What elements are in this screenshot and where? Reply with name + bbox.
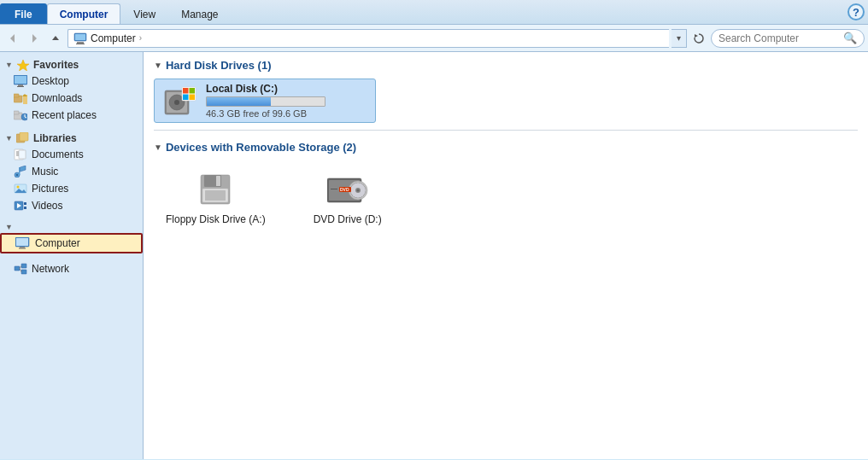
- svg-marker-1: [32, 34, 37, 43]
- dvd-icon: DVD: [327, 169, 368, 210]
- drive-c-icon: [161, 84, 197, 118]
- svg-rect-40: [19, 248, 26, 249]
- sidebar-item-recent-places[interactable]: Recent places: [0, 107, 143, 124]
- documents-label: Documents: [32, 148, 84, 160]
- drive-c-progress-fill: [207, 97, 271, 106]
- favorites-section-header[interactable]: ▼ Favorites: [0, 55, 143, 73]
- network-icon: [14, 263, 27, 275]
- removable-section-title: ▼ Devices with Removable Storage (2): [154, 141, 858, 154]
- drive-c-info: Local Disk (C:) 46.3 GB free of 99.6 GB: [206, 83, 368, 119]
- svg-rect-53: [183, 95, 189, 101]
- videos-icon: [14, 200, 27, 212]
- music-icon: [14, 166, 27, 178]
- recent-places-icon: [14, 109, 27, 121]
- tab-file[interactable]: File: [0, 3, 47, 24]
- tab-view[interactable]: View: [120, 3, 168, 24]
- svg-text:DVD: DVD: [340, 187, 349, 192]
- main-layout: ▼ Favorites Desktop: [0, 52, 868, 459]
- svg-rect-41: [15, 266, 20, 271]
- forward-button[interactable]: [25, 29, 44, 48]
- svg-rect-4: [77, 42, 84, 44]
- libraries-section-header[interactable]: ▼ Libraries: [0, 129, 143, 146]
- search-input[interactable]: [718, 32, 843, 44]
- drive-c-icon-container: [161, 83, 197, 119]
- svg-rect-43: [21, 270, 26, 274]
- window: File Computer View Manage ? Computer: [0, 0, 868, 459]
- music-label: Music: [32, 166, 58, 178]
- svg-rect-12: [17, 86, 24, 87]
- address-path-text: Computer: [91, 32, 136, 44]
- refresh-button[interactable]: [689, 29, 708, 48]
- tab-manage[interactable]: Manage: [168, 3, 231, 24]
- tab-computer[interactable]: Computer: [47, 3, 121, 24]
- sidebar: ▼ Favorites Desktop: [0, 52, 144, 459]
- sidebar-item-music[interactable]: Music: [0, 163, 143, 180]
- downloads-icon: [14, 92, 27, 104]
- address-chevron: ›: [139, 33, 142, 43]
- svg-rect-38: [16, 238, 28, 246]
- computer-section-header[interactable]: ▼: [0, 219, 143, 233]
- removable-section: ▼ Devices with Removable Storage (2): [154, 141, 858, 234]
- recent-places-label: Recent places: [32, 109, 97, 121]
- help-button[interactable]: ?: [847, 3, 865, 20]
- svg-rect-69: [331, 189, 337, 189]
- removable-item-a[interactable]: Floppy Disk Drive (A:): [161, 164, 271, 230]
- sidebar-item-computer[interactable]: Computer: [0, 233, 143, 253]
- computer-icon: [15, 237, 31, 249]
- drive-c-name: Local Disk (C:): [206, 83, 368, 95]
- svg-point-31: [17, 186, 20, 189]
- ribbon: File Computer View Manage ?: [0, 0, 868, 25]
- search-icon[interactable]: 🔍: [843, 32, 857, 44]
- sidebar-item-downloads[interactable]: Downloads: [0, 90, 143, 107]
- favorites-icon: [16, 59, 30, 71]
- downloads-label: Downloads: [32, 92, 82, 104]
- sidebar-item-documents[interactable]: Documents: [0, 146, 143, 163]
- computer-triangle: ▼: [5, 223, 13, 231]
- svg-point-66: [356, 189, 359, 192]
- svg-rect-26: [19, 150, 26, 159]
- svg-marker-7: [695, 34, 698, 38]
- pictures-icon: [14, 183, 27, 195]
- removable-items-list: Floppy Disk Drive (A:): [154, 160, 858, 234]
- svg-rect-42: [21, 264, 26, 268]
- hard-disk-section-title: ▼ Hard Disk Drives (1): [154, 59, 858, 72]
- svg-point-28: [16, 174, 18, 176]
- svg-rect-14: [14, 94, 19, 97]
- svg-line-45: [20, 269, 21, 272]
- pictures-label: Pictures: [32, 183, 68, 195]
- videos-label: Videos: [32, 200, 62, 212]
- sidebar-item-videos[interactable]: Videos: [0, 197, 143, 214]
- network-label: Network: [32, 263, 69, 275]
- svg-rect-5: [76, 44, 85, 44]
- hard-disk-label: Hard Disk Drives (1): [166, 59, 272, 72]
- drive-c-progress-bar: [206, 96, 326, 107]
- svg-line-44: [20, 266, 21, 269]
- content-area: ▼ Hard Disk Drives (1): [144, 52, 868, 459]
- drive-item-c[interactable]: Local Disk (C:) 46.3 GB free of 99.6 GB: [154, 79, 376, 123]
- svg-rect-54: [190, 95, 196, 101]
- hard-disk-triangle: ▼: [154, 61, 162, 70]
- svg-rect-59: [205, 190, 226, 201]
- up-button[interactable]: [46, 29, 65, 48]
- sidebar-item-network[interactable]: Network: [0, 260, 143, 277]
- desktop-icon: [14, 75, 27, 87]
- removable-triangle: ▼: [154, 143, 162, 152]
- address-dropdown-button[interactable]: ▾: [672, 29, 687, 48]
- svg-marker-0: [10, 34, 15, 43]
- svg-rect-57: [216, 176, 220, 186]
- sidebar-item-desktop[interactable]: Desktop: [0, 73, 143, 90]
- computer-breadcrumb-icon: [73, 32, 87, 45]
- svg-marker-2: [52, 36, 59, 40]
- address-bar: Computer › ▾ 🔍: [0, 25, 868, 52]
- svg-rect-35: [24, 202, 26, 205]
- svg-rect-39: [20, 247, 25, 248]
- desktop-label: Desktop: [32, 75, 69, 87]
- back-button[interactable]: [3, 29, 22, 48]
- tabs-bar: File Computer View Manage ?: [0, 0, 868, 24]
- removable-item-d[interactable]: DVD DVD Drive (D:): [305, 164, 390, 230]
- svg-rect-10: [15, 76, 26, 84]
- svg-rect-11: [18, 84, 23, 86]
- drive-c-size: 46.3 GB free of 99.6 GB: [206, 108, 368, 119]
- svg-rect-21: [20, 132, 28, 141]
- sidebar-item-pictures[interactable]: Pictures: [0, 180, 143, 197]
